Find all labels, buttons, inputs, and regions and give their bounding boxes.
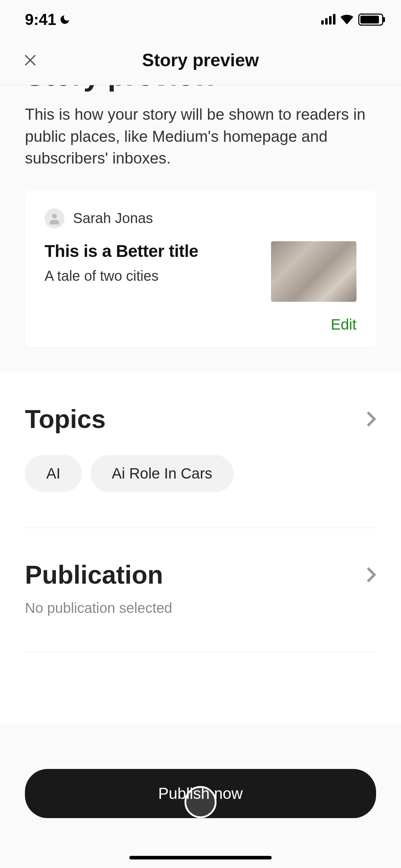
close-icon bbox=[23, 53, 38, 68]
scroll-area[interactable]: Story preview This is how your story wil… bbox=[0, 85, 401, 857]
author-row: Sarah Jonas bbox=[45, 208, 356, 228]
topic-chip[interactable]: Ai Role In Cars bbox=[90, 455, 234, 492]
nav-title: Story preview bbox=[142, 50, 259, 71]
wifi-icon bbox=[340, 15, 353, 25]
publication-heading: Publication bbox=[25, 560, 163, 589]
page-description: This is how your story will be shown to … bbox=[0, 93, 401, 191]
story-row: This is a Better title A tale of two cit… bbox=[45, 241, 356, 302]
topic-chips: AI Ai Role In Cars bbox=[25, 455, 376, 528]
topic-chip[interactable]: AI bbox=[25, 455, 82, 492]
status-time: 9:41 bbox=[25, 11, 56, 29]
story-preview-card: Sarah Jonas This is a Better title A tal… bbox=[25, 191, 376, 347]
battery-icon bbox=[358, 14, 383, 26]
author-name: Sarah Jonas bbox=[73, 210, 153, 226]
story-thumbnail bbox=[271, 241, 356, 302]
publication-row[interactable]: Publication bbox=[25, 528, 376, 589]
chevron-right-icon bbox=[366, 410, 376, 428]
status-indicators bbox=[321, 14, 383, 26]
home-indicator[interactable] bbox=[129, 856, 272, 859]
chevron-right-icon bbox=[366, 566, 376, 583]
do-not-disturb-icon bbox=[59, 14, 71, 25]
story-subtitle: A tale of two cities bbox=[45, 268, 260, 284]
edit-button[interactable]: Edit bbox=[45, 316, 356, 333]
cellular-signal-icon bbox=[321, 15, 335, 25]
publication-status: No publication selected bbox=[25, 600, 376, 652]
status-bar: 9:41 bbox=[0, 0, 401, 39]
close-button[interactable] bbox=[21, 51, 39, 69]
topics-row[interactable]: Topics bbox=[25, 372, 376, 434]
person-icon bbox=[47, 211, 62, 226]
avatar bbox=[45, 208, 64, 228]
page-heading-cropped: Story preview bbox=[0, 85, 401, 93]
publish-button[interactable]: Publish now bbox=[25, 769, 376, 818]
story-title: This is a Better title bbox=[45, 241, 260, 261]
nav-bar: Story preview bbox=[0, 39, 401, 85]
settings-section: Topics AI Ai Role In Cars Publication No… bbox=[0, 372, 401, 723]
topics-heading: Topics bbox=[25, 404, 106, 434]
status-time-group: 9:41 bbox=[25, 11, 71, 29]
